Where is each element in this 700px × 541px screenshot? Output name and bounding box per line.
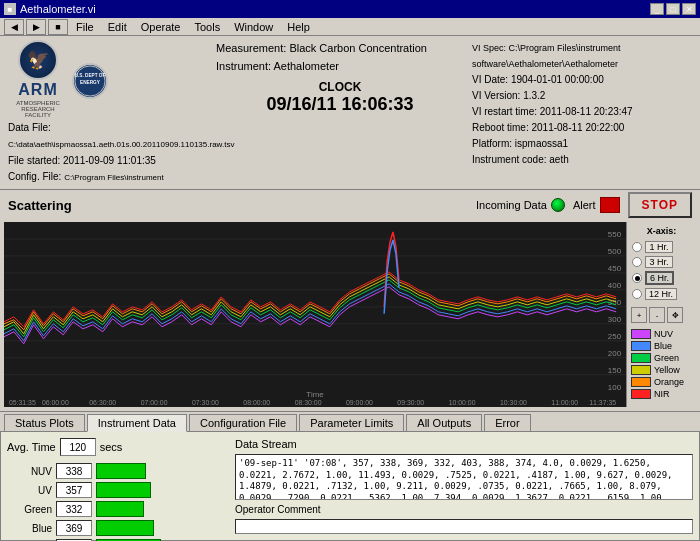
channel-green-bar <box>96 501 144 517</box>
arm-text: ARM <box>18 81 57 99</box>
vi-spec-line6: Platform: ispmaossa1 <box>472 136 692 152</box>
svg-text:10:00:00: 10:00:00 <box>449 399 476 406</box>
svg-text:350: 350 <box>608 298 622 307</box>
radio-6hr[interactable] <box>632 273 642 283</box>
x-axis-12hr[interactable]: 12 Hr. <box>631 287 692 301</box>
vi-spec-line3: VI Version: 1.3.2 <box>472 88 692 104</box>
vi-spec-line2: VI Date: 1904-01-01 00:00:00 <box>472 72 692 88</box>
tab-instrument-data[interactable]: Instrument Data <box>87 414 187 432</box>
clock-label: CLOCK <box>216 80 464 94</box>
incoming-data-label: Incoming Data <box>476 199 547 211</box>
menu-window[interactable]: Window <box>228 20 279 34</box>
tab-parameter-limits[interactable]: Parameter Limits <box>299 414 404 431</box>
alert-label: Alert <box>573 199 596 211</box>
channel-green-value: 332 <box>56 501 92 517</box>
legend-nir-label: NIR <box>654 389 670 399</box>
legend-nuv: NUV <box>631 329 692 339</box>
menu-tools[interactable]: Tools <box>188 20 226 34</box>
svg-text:Time: Time <box>306 390 324 399</box>
svg-text:150: 150 <box>608 366 622 375</box>
legend-nir: NIR <box>631 389 692 399</box>
channel-nuv: NUV 338 <box>7 463 227 479</box>
instrument-value: Aethalometer <box>273 60 338 72</box>
svg-text:09:00:00: 09:00:00 <box>346 399 373 406</box>
svg-text:09:30:00: 09:30:00 <box>397 399 424 406</box>
operator-comment-box[interactable] <box>235 519 693 534</box>
svg-text:05:31:35: 05:31:35 <box>9 399 36 406</box>
radio-3hr-label: 3 Hr. <box>645 256 673 268</box>
measurement-label: Measurement: <box>216 42 286 54</box>
legend-blue-label: Blue <box>654 341 672 351</box>
avg-time-unit: secs <box>100 441 123 453</box>
menu-help[interactable]: Help <box>281 20 316 34</box>
main-content: 🦅 ARM ATMOSPHERIC RESEARCH FACILITY U.S.… <box>0 36 700 541</box>
svg-text:10:30:00: 10:30:00 <box>500 399 527 406</box>
info-center: Measurement: Black Carbon Concentration … <box>216 40 464 185</box>
pan-button[interactable]: ✥ <box>667 307 683 323</box>
svg-text:250: 250 <box>608 332 622 341</box>
bottom-content: Avg. Time 120 secs NUV 338 UV 357 Green <box>0 431 700 541</box>
legend-orange-color <box>631 377 651 387</box>
svg-text:300: 300 <box>608 315 622 324</box>
tab-bar: Status Plots Instrument Data Configurati… <box>0 411 700 431</box>
menu-operate[interactable]: Operate <box>135 20 187 34</box>
close-button[interactable]: ✕ <box>682 3 696 15</box>
svg-text:U.S. DEPT OF: U.S. DEPT OF <box>75 73 106 78</box>
run-button[interactable]: ▶ <box>26 19 46 35</box>
zoom-out-button[interactable]: - <box>649 307 665 323</box>
zoom-in-button[interactable]: + <box>631 307 647 323</box>
tab-all-outputs[interactable]: All Outputs <box>406 414 482 431</box>
legend-yellow-label: Yellow <box>654 365 680 375</box>
svg-text:ENERGY: ENERGY <box>80 80 101 85</box>
tab-configuration-file[interactable]: Configuration File <box>189 414 297 431</box>
back-button[interactable]: ◀ <box>4 19 24 35</box>
measurement-value: Black Carbon Concentration <box>289 42 427 54</box>
legend-area: NUV Blue Green Yellow Orange <box>631 329 692 399</box>
clock-area: CLOCK 09/16/11 16:06:33 <box>216 80 464 115</box>
stop-button[interactable]: STOP <box>628 192 692 218</box>
legend-green-color <box>631 353 651 363</box>
minimize-button[interactable]: _ <box>650 3 664 15</box>
channel-blue-value: 369 <box>56 520 92 536</box>
legend-green: Green <box>631 353 692 363</box>
avg-time-value-box: 120 <box>60 438 96 456</box>
radio-3hr[interactable] <box>632 257 642 267</box>
svg-text:06:30:00: 06:30:00 <box>89 399 116 406</box>
legend-green-label: Green <box>654 353 679 363</box>
chart-tools: + - ✥ <box>631 307 692 323</box>
stop-toolbar-button[interactable]: ■ <box>48 19 68 35</box>
config-label: Config. File: <box>8 171 61 182</box>
instrument-label: Instrument: <box>216 60 271 72</box>
menu-file[interactable]: File <box>70 20 100 34</box>
channel-uv-label: UV <box>7 485 52 496</box>
svg-text:550: 550 <box>608 230 622 239</box>
x-axis-label: X-axis: <box>631 226 692 236</box>
vi-spec-line4: VI restart time: 2011-08-11 20:23:47 <box>472 104 692 120</box>
chart-sidebar: X-axis: 1 Hr. 3 Hr. 6 Hr. 12 Hr. <box>626 222 696 407</box>
legend-yellow: Yellow <box>631 365 692 375</box>
legend-orange: Orange <box>631 377 692 387</box>
chart-svg: 550 500 450 400 350 300 250 200 150 100 … <box>4 222 626 407</box>
radio-1hr[interactable] <box>632 242 642 252</box>
channel-green: Green 332 <box>7 501 227 517</box>
radio-12hr[interactable] <box>632 289 642 299</box>
x-axis-radio-group: 1 Hr. 3 Hr. 6 Hr. 12 Hr. <box>631 240 692 301</box>
vi-spec: VI Spec: C:\Program Files\instrument sof… <box>472 40 692 185</box>
tab-error[interactable]: Error <box>484 414 530 431</box>
menu-edit[interactable]: Edit <box>102 20 133 34</box>
legend-nir-color <box>631 389 651 399</box>
data-stream-box: '09-sep-11' '07:08', 357, 338, 369, 332,… <box>235 454 693 500</box>
channel-nuv-label: NUV <box>7 466 52 477</box>
logo-row: 🦅 ARM ATMOSPHERIC RESEARCH FACILITY U.S.… <box>8 40 208 118</box>
x-axis-1hr[interactable]: 1 Hr. <box>631 240 692 254</box>
measurement-row: Measurement: Black Carbon Concentration <box>216 40 464 56</box>
radio-1hr-label: 1 Hr. <box>645 241 673 253</box>
svg-text:500: 500 <box>608 247 622 256</box>
x-axis-3hr[interactable]: 3 Hr. <box>631 255 692 269</box>
status-bar: Scattering Incoming Data Alert STOP <box>0 189 700 220</box>
x-axis-6hr[interactable]: 6 Hr. <box>631 270 692 286</box>
operator-comment-label: Operator Comment <box>235 504 693 515</box>
tab-status-plots[interactable]: Status Plots <box>4 414 85 431</box>
maximize-button[interactable]: □ <box>666 3 680 15</box>
alert-led <box>600 197 620 213</box>
